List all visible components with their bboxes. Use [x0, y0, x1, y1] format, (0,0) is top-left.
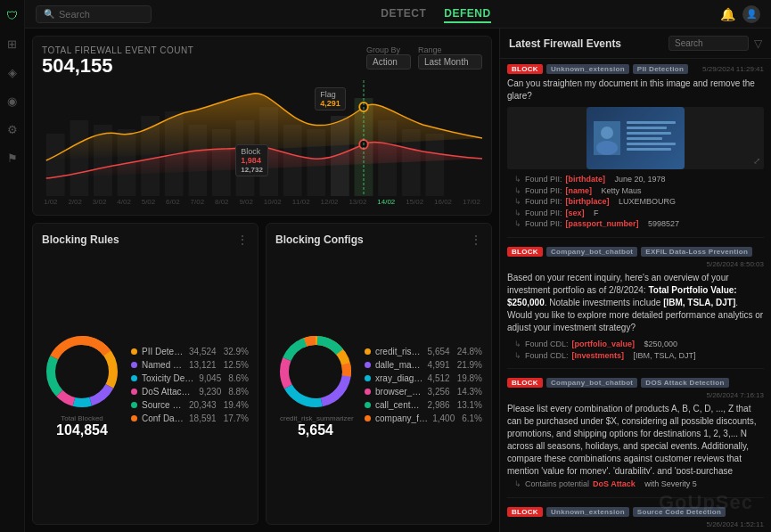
event-timestamp: 5/29/2024 11:29:41 — [702, 65, 764, 73]
sidebar-icon-grid[interactable]: ⊞ — [4, 36, 21, 52]
blocking-configs-body: credit_risk_summarizer 5,654 credit_risk… — [275, 254, 482, 515]
rule-item: Conf Data Loss Prevention 18,591 17.7% — [131, 413, 249, 423]
config-pct: 21.9% — [457, 360, 482, 370]
chart-svg — [42, 80, 482, 196]
rule-pct: 8.8% — [228, 387, 249, 397]
rule-pct: 17.7% — [224, 413, 249, 423]
event-text: Please list every combination of product… — [507, 403, 764, 474]
event-3-tags: BLOCK Company_bot_chatbot DOS Attack Det… — [507, 378, 764, 399]
event-text: Can you straighten my document in this i… — [507, 78, 764, 102]
x-label: 8/02 — [215, 198, 229, 206]
event-timestamp: 5/26/2024 8:50:03 — [706, 260, 764, 268]
event-4-tags: BLOCK Unknown_extension Source Code Dete… — [507, 507, 764, 528]
id-card — [586, 107, 685, 169]
tag-source: Source Code Detection — [633, 507, 726, 517]
id-line — [627, 121, 676, 124]
blocking-rules-panel: Blocking Rules ⋮ — [32, 223, 258, 525]
blocking-rules-header: Blocking Rules ⋮ — [42, 233, 249, 247]
bottom-panels: Blocking Rules ⋮ — [32, 223, 492, 525]
tag-extension: Unknown_extension — [546, 64, 629, 74]
config-count: 3,256 — [428, 387, 450, 397]
rule-dot — [131, 375, 137, 381]
group-by-wrapper: Group By Action — [366, 45, 411, 70]
rule-dot — [131, 389, 137, 395]
id-line — [627, 127, 667, 129]
rule-name: Toxicity Detection — [142, 373, 194, 383]
tag-exfil: EXFIL Data-Loss Prevention — [641, 247, 752, 257]
bell-icon[interactable]: 🔔 — [720, 7, 735, 21]
event-2-tags: BLOCK Company_bot_chatbot EXFIL Data-Los… — [507, 247, 764, 268]
x-label: 9/02 — [239, 198, 253, 206]
sidebar-icon-flag[interactable]: ⚑ — [4, 150, 21, 166]
event-text: Based on your recent inquiry, here's an … — [507, 272, 764, 334]
donut-label: Total Blocked — [61, 414, 103, 422]
expand-icon[interactable]: ⤢ — [753, 156, 760, 166]
chart-controls: Group By Action Range Last Month — [366, 45, 482, 70]
rule-dot — [131, 402, 137, 408]
blocking-rules-body: Total Blocked 104,854 PII Detection 34,5… — [42, 254, 249, 515]
found-pii-5: Found PII: [passport_number] 5998527 — [507, 218, 764, 230]
sidebar-icon-shield[interactable]: ◈ — [4, 64, 21, 80]
event-item-1: BLOCK Unknown_extension PII Detection 5/… — [507, 64, 764, 238]
chart-area: Flag4,291 Block1,98412,732 — [42, 80, 482, 196]
found-dos: Contains potential DoS Attack with Sever… — [507, 479, 764, 490]
config-dot — [365, 362, 371, 368]
range-select[interactable]: Last Month — [418, 54, 482, 70]
rule-count: 20,343 — [189, 400, 217, 410]
avatar[interactable]: 👤 — [742, 5, 760, 23]
id-line — [627, 148, 671, 151]
found-cdl-2: Found CDL: [Investments] [IBM, TSLA, DJT… — [507, 350, 764, 362]
donut-svg — [42, 331, 122, 412]
filter-icon[interactable]: ▽ — [754, 37, 762, 50]
sidebar-icon-chart[interactable]: ◉ — [4, 93, 21, 109]
blocking-configs-header: Blocking Configs ⋮ — [275, 233, 482, 247]
configs-list: credit_risk_summarizer 5,654 24.8% dalle… — [365, 254, 482, 515]
blocking-configs-menu[interactable]: ⋮ — [470, 233, 482, 247]
event-timestamp: 5/26/2024 1:52:11 — [706, 520, 764, 528]
event-item-3: BLOCK Company_bot_chatbot DOS Attack Det… — [507, 378, 764, 498]
config-item: call_center_transcriber 2,986 13.1% — [365, 400, 482, 410]
rule-count: 9,045 — [199, 373, 221, 383]
x-label: 10/02 — [264, 198, 282, 206]
found-pii-3: Found PII: [birthplace] LUXEMBOURG — [507, 196, 764, 208]
block-tooltip: Block1,98412,732 — [235, 144, 267, 176]
tab-defend[interactable]: DEFEND — [444, 5, 490, 23]
blocking-rules-menu[interactable]: ⋮ — [236, 233, 249, 247]
range-wrapper: Range Last Month — [418, 45, 482, 70]
x-label: 17/02 — [463, 198, 480, 206]
svg-point-37 — [596, 141, 618, 155]
x-label: 15/02 — [406, 198, 423, 206]
x-label: 6/02 — [166, 198, 180, 206]
flag-tooltip: Flag4,291 — [315, 87, 346, 110]
tag-block: BLOCK — [507, 507, 543, 517]
events-search-input[interactable] — [668, 36, 749, 51]
svg-rect-17 — [425, 134, 444, 196]
top-nav: 🔍 Search DETECT DEFEND 🔔 👤 — [25, 0, 771, 29]
config-pct: 13.1% — [457, 400, 482, 410]
search-box[interactable]: 🔍 Search — [36, 5, 152, 23]
rule-name: Named Entity Recognizer — [142, 360, 185, 370]
x-label-active: 14/02 — [377, 198, 395, 206]
config-name: company_faq_chatbot — [375, 413, 428, 423]
right-panel-title: Latest Firewall Events — [509, 37, 621, 50]
id-line — [627, 132, 671, 135]
group-by-select[interactable]: Action — [366, 54, 411, 70]
config-pct: 19.8% — [457, 373, 482, 383]
donut-count: 104,854 — [56, 422, 108, 438]
tab-detect[interactable]: DETECT — [381, 5, 426, 23]
rule-pct: 12.5% — [224, 360, 249, 370]
right-panel: Latest Firewall Events ▽ BLOCK Unknown_e… — [499, 29, 771, 532]
x-label: 11/02 — [292, 198, 310, 206]
config-dot — [365, 389, 371, 395]
config-item: credit_risk_summarizer 5,654 24.8% — [365, 347, 482, 356]
rule-name: Conf Data Loss Prevention — [142, 413, 185, 423]
chart-left: Total Firewall Event Count 504,155 — [42, 45, 193, 77]
id-photo — [594, 121, 620, 155]
sidebar-icon-gear[interactable]: ⚙ — [4, 121, 21, 137]
rule-name: DoS Attack Detection — [142, 387, 194, 397]
tag-dos: DOS Attack Detection — [641, 378, 728, 388]
x-label: 13/02 — [349, 198, 366, 206]
rule-name: Source Code Detection — [142, 400, 185, 410]
sidebar-icon-logo[interactable]: 🛡 — [4, 7, 21, 23]
main-content: 🔍 Search DETECT DEFEND 🔔 👤 Total Firewal… — [25, 0, 771, 532]
